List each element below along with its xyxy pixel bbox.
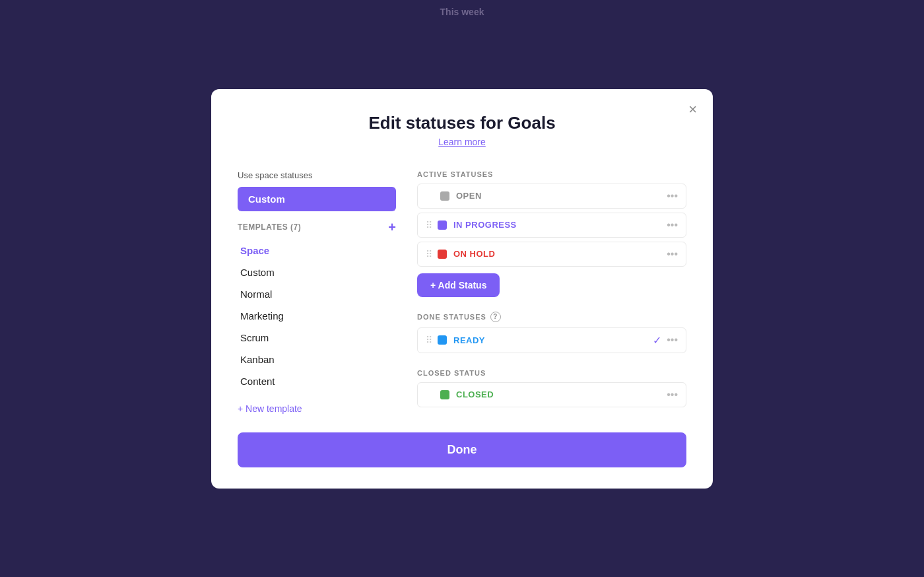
drag-handle-icon[interactable]: ⠿ bbox=[426, 249, 432, 259]
active-statuses-list: OPEN•••⠿IN PROGRESS•••⠿ON HOLD••• bbox=[417, 184, 686, 267]
template-item-content[interactable]: Content bbox=[238, 371, 396, 391]
status-row-closed: CLOSED••• bbox=[417, 382, 686, 407]
done-statuses-label: DONE STATUSES ? bbox=[417, 312, 686, 322]
custom-button[interactable]: Custom bbox=[238, 187, 396, 211]
more-options-button[interactable]: ••• bbox=[667, 219, 678, 231]
template-item-kanban[interactable]: Kanban bbox=[238, 349, 396, 370]
check-icon: ✓ bbox=[653, 334, 661, 347]
templates-add-button[interactable]: + bbox=[388, 221, 396, 234]
active-statuses-label: ACTIVE STATUSES bbox=[417, 170, 686, 178]
template-item-marketing[interactable]: Marketing bbox=[238, 306, 396, 326]
left-panel: Use space statuses Custom TEMPLATES (7) … bbox=[238, 170, 396, 417]
modal: Edit statuses for Goals Learn more × Use… bbox=[211, 89, 713, 489]
use-space-label: Use space statuses bbox=[238, 170, 396, 180]
more-options-button[interactable]: ••• bbox=[667, 190, 678, 202]
more-options-button[interactable]: ••• bbox=[667, 334, 678, 346]
status-actions: ••• bbox=[667, 219, 678, 231]
status-row-open: OPEN••• bbox=[417, 184, 686, 209]
modal-subtitle: Learn more bbox=[238, 136, 686, 148]
done-statuses-list: ⠿READY✓••• bbox=[417, 327, 686, 353]
template-item-space[interactable]: Space bbox=[238, 240, 396, 261]
status-row-in-progress: ⠿IN PROGRESS••• bbox=[417, 213, 686, 238]
close-button[interactable]: × bbox=[688, 102, 697, 117]
template-item-custom[interactable]: Custom bbox=[238, 262, 396, 283]
done-button[interactable]: Done bbox=[238, 432, 686, 467]
status-dot bbox=[438, 335, 447, 345]
help-icon[interactable]: ? bbox=[490, 312, 501, 322]
drag-handle-icon[interactable]: ⠿ bbox=[426, 335, 432, 345]
add-status-button[interactable]: + Add Status bbox=[417, 273, 500, 297]
new-template-button[interactable]: + New template bbox=[238, 401, 396, 417]
status-row-on-hold: ⠿ON HOLD••• bbox=[417, 242, 686, 267]
templates-label: TEMPLATES (7) bbox=[238, 222, 301, 232]
right-panel: ACTIVE STATUSES OPEN•••⠿IN PROGRESS•••⠿O… bbox=[417, 170, 686, 417]
learn-more-link[interactable]: Learn more bbox=[438, 137, 486, 147]
closed-status-label: CLOSED STATUS bbox=[417, 369, 686, 377]
closed-status-section: CLOSED STATUS CLOSED••• bbox=[417, 369, 686, 411]
template-item-normal[interactable]: Normal bbox=[238, 284, 396, 304]
done-footer: Done bbox=[238, 432, 686, 467]
drag-handle-icon[interactable]: ⠿ bbox=[426, 220, 432, 230]
template-list: SpaceCustomNormalMarketingScrumKanbanCon… bbox=[238, 240, 396, 391]
status-dot bbox=[440, 191, 449, 201]
modal-body: Use space statuses Custom TEMPLATES (7) … bbox=[238, 170, 686, 417]
status-name: CLOSED bbox=[456, 390, 494, 399]
modal-title: Edit statuses for Goals bbox=[238, 113, 686, 133]
modal-overlay: Edit statuses for Goals Learn more × Use… bbox=[0, 0, 924, 577]
active-statuses-section: ACTIVE STATUSES OPEN•••⠿IN PROGRESS•••⠿O… bbox=[417, 170, 686, 300]
status-name: READY bbox=[453, 335, 485, 345]
template-item-scrum[interactable]: Scrum bbox=[238, 327, 396, 348]
done-statuses-section: DONE STATUSES ? ⠿READY✓••• bbox=[417, 312, 686, 357]
templates-row: TEMPLATES (7) + bbox=[238, 221, 396, 234]
status-name: ON HOLD bbox=[453, 249, 495, 259]
status-actions: ••• bbox=[667, 190, 678, 202]
status-actions: ••• bbox=[667, 389, 678, 401]
status-name: IN PROGRESS bbox=[453, 220, 517, 230]
closed-statuses-list: CLOSED••• bbox=[417, 382, 686, 407]
status-actions: ✓••• bbox=[653, 334, 678, 347]
modal-header: Edit statuses for Goals Learn more bbox=[238, 113, 686, 148]
more-options-button[interactable]: ••• bbox=[667, 248, 678, 260]
more-options-button[interactable]: ••• bbox=[667, 389, 678, 401]
status-actions: ••• bbox=[667, 248, 678, 260]
status-dot bbox=[440, 390, 449, 399]
status-row-ready: ⠿READY✓••• bbox=[417, 327, 686, 353]
status-dot bbox=[438, 250, 447, 259]
status-dot bbox=[438, 221, 447, 230]
status-name: OPEN bbox=[456, 191, 482, 201]
